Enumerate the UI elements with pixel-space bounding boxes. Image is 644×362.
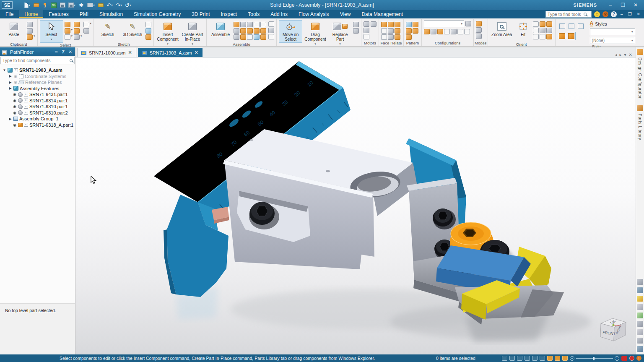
fit-width-status-icon[interactable] (525, 356, 530, 361)
tab-add-ins[interactable]: Add Ins (265, 10, 293, 18)
relate-table-icon[interactable] (268, 21, 274, 27)
tab-data-management[interactable]: Data Management (356, 10, 408, 18)
named-views-icon[interactable] (540, 34, 545, 39)
align-icon[interactable] (260, 22, 266, 27)
cut-icon[interactable] (27, 22, 33, 27)
visibility-eye-icon[interactable]: ◉ (13, 104, 17, 109)
select-box-icon[interactable] (65, 28, 70, 34)
move-on-select-button[interactable]: Move on Select (279, 20, 302, 43)
undo-icon[interactable]: ↶▾ (106, 2, 113, 8)
find-tools-input[interactable] (548, 12, 584, 17)
pattern-along-curve-icon[interactable] (413, 22, 418, 27)
tree-item-assembly-features[interactable]: ▶ Assembly Features (0, 86, 75, 92)
redo-icon[interactable]: ↷▾ (116, 2, 122, 8)
display-config-icon[interactable] (424, 29, 430, 34)
doc-minimize-button[interactable]: – (619, 12, 624, 16)
rotate-icon[interactable] (540, 21, 545, 27)
pin-icon[interactable] (42, 2, 48, 8)
minimize-button[interactable]: – (605, 1, 616, 9)
pathfinder-options-icon[interactable]: ≣ (54, 49, 59, 54)
pathfinder-header[interactable]: PathFinder ≣ ⊼ ✕ (0, 47, 75, 56)
parallel-face-icon[interactable] (381, 28, 387, 34)
close-document-icon[interactable]: ✕ (629, 52, 632, 57)
offset-icon[interactable] (395, 28, 400, 34)
save-config-icon[interactable] (431, 29, 436, 34)
tree-item-part[interactable]: ◉ SRN71-6318_A.par:1 (0, 122, 75, 128)
new-document-icon[interactable]: ▾ (24, 2, 30, 8)
tree-item-root[interactable]: ▼ SRN71-1903_A.asm (0, 67, 75, 73)
gear-relation-icon[interactable] (254, 28, 260, 34)
tab-flow-analysis[interactable]: Flow Analysis (293, 10, 335, 18)
apply-config-icon[interactable] (437, 29, 443, 34)
cam-icon[interactable] (240, 34, 246, 40)
fit-status-icon[interactable] (517, 356, 522, 361)
copy-image-status-icon[interactable] (547, 356, 553, 361)
tab-home[interactable]: Home (19, 10, 43, 18)
symmetric-icon[interactable] (395, 34, 400, 40)
replace-part-button[interactable]: Replace Part▾ (328, 20, 352, 47)
doc-restore-button[interactable]: ❐ (627, 12, 633, 16)
spin-icon[interactable] (540, 28, 545, 33)
paste-button[interactable]: Paste (2, 20, 26, 42)
sketch-view-icon[interactable] (145, 28, 151, 34)
previous-view-status-icon[interactable] (540, 356, 545, 361)
model-mode-icon[interactable] (476, 27, 482, 33)
page-setup-status-icon[interactable] (555, 356, 560, 361)
zone-icon[interactable] (451, 29, 457, 34)
zoom-out-icon[interactable]: − (570, 356, 574, 361)
video-icon[interactable] (621, 356, 627, 361)
hidden-edges-view-icon[interactable] (578, 23, 584, 29)
visibility-eye-icon[interactable]: ◉ (13, 123, 17, 127)
settings-icon[interactable]: ✱ (78, 2, 84, 8)
assembly-model[interactable]: 10 20 30 40 50 60 70 80 (75, 57, 636, 354)
3d-sketch-button[interactable]: ✎ 3D Sketch (121, 20, 144, 42)
tab-simulation-geometry[interactable]: Simulation Geometry (128, 10, 186, 18)
match-coordinate-icon[interactable] (254, 34, 260, 40)
tab-inspect[interactable]: Inspect (216, 10, 243, 18)
tangent-icon[interactable] (234, 34, 239, 40)
view-orientation-status-icon[interactable] (532, 356, 538, 361)
tab-simulation[interactable]: Simulation (94, 10, 128, 18)
planar-align-icon[interactable] (234, 28, 239, 34)
print-icon[interactable]: ▾ (87, 2, 95, 8)
visibility-eye-icon[interactable]: ◉ (13, 111, 17, 115)
rigid-icon[interactable] (381, 22, 387, 27)
flash-fit-icon[interactable] (234, 22, 239, 27)
tab-parts-library[interactable]: Parts Library (638, 114, 642, 140)
close-tab-icon[interactable]: ✕ (128, 50, 132, 55)
simplify-mode-icon[interactable] (476, 21, 482, 26)
pathfinder-search-input[interactable] (3, 58, 70, 63)
rendering-icon[interactable] (637, 313, 643, 318)
exit-icon[interactable] (98, 2, 104, 8)
clone-icon[interactable] (406, 34, 412, 40)
tree-item-coordinate-systems[interactable]: ▶ ◉ Coordinate Systems (0, 73, 75, 80)
feedback-happy-icon[interactable]: ☺ (594, 11, 600, 17)
parallel-icon[interactable] (254, 22, 260, 27)
rigid-set-icon[interactable] (260, 34, 266, 40)
expand-arrow-icon[interactable]: ▶ (8, 117, 12, 121)
restore-button[interactable]: ❐ (617, 1, 629, 9)
config-manager-icon[interactable] (465, 21, 471, 26)
pink-spacer-part[interactable] (212, 207, 229, 224)
angle-icon[interactable] (247, 22, 253, 27)
sensors-icon[interactable] (637, 296, 643, 302)
visibility-eye-icon[interactable]: ◉ (13, 92, 17, 96)
connect-icon[interactable] (247, 28, 253, 34)
section-config-icon[interactable] (457, 29, 463, 34)
layers-icon[interactable] (637, 329, 643, 335)
open-icon[interactable] (33, 2, 39, 8)
tree-item-assembly-group[interactable]: ▶ Assembly Group_1 (0, 116, 75, 122)
tree-item-part[interactable]: ◉ SRN71-6310.par:2 (0, 110, 75, 116)
rotation-motor-icon[interactable] (364, 21, 369, 27)
tree-item-reference-planes[interactable]: ▶ ◉ Reference Planes (0, 79, 75, 86)
select-visible-icon[interactable] (74, 22, 80, 27)
design-configurator-icon[interactable] (637, 49, 643, 55)
exploded-config-icon[interactable] (444, 29, 450, 34)
view-cube[interactable]: TOP FRONT RIGHT (597, 314, 632, 349)
tree-item-part[interactable]: ◉ SRN71-6314.par:1 (0, 98, 75, 104)
web-settings-icon[interactable] (637, 346, 643, 352)
transfer-icon[interactable] (353, 22, 359, 27)
zoom-area-status-icon[interactable] (502, 356, 507, 361)
mirror-icon[interactable] (406, 28, 412, 34)
help-icon[interactable]: ? (611, 11, 617, 17)
